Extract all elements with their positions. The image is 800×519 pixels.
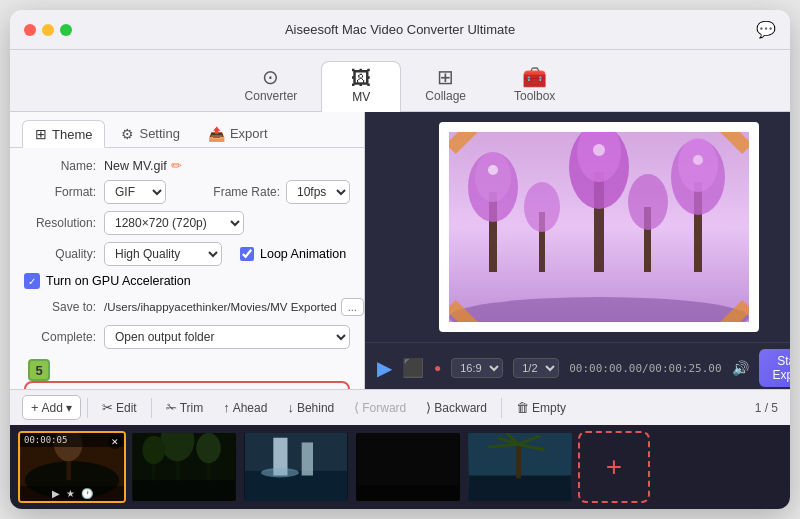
film-thumb-2[interactable] bbox=[130, 431, 238, 503]
film-thumb-5[interactable] bbox=[466, 431, 574, 503]
tab-converter[interactable]: ⊙ Converter bbox=[221, 61, 322, 111]
sub-tab-theme[interactable]: ⊞ Theme bbox=[22, 120, 105, 148]
forward-button[interactable]: ⟨ Forward bbox=[346, 396, 414, 419]
sub-tab-export-label: Export bbox=[230, 126, 268, 141]
svg-point-27 bbox=[142, 436, 165, 464]
behind-icon: ↓ bbox=[287, 400, 294, 415]
separator-2 bbox=[151, 398, 152, 418]
chat-icon[interactable]: 💬 bbox=[756, 20, 776, 39]
trim-icon: ✁ bbox=[166, 400, 177, 415]
gpu-checkbox[interactable]: ✓ bbox=[24, 273, 40, 289]
empty-button[interactable]: 🗑 Empty bbox=[508, 396, 574, 419]
resolution-row: Resolution: 1280×720 (720p) 1920×1080 (1… bbox=[24, 211, 350, 235]
ahead-button[interactable]: ↑ Ahead bbox=[215, 396, 275, 419]
behind-button[interactable]: ↓ Behind bbox=[279, 396, 342, 419]
tab-collage-label: Collage bbox=[425, 89, 466, 103]
edit-name-icon[interactable]: ✏ bbox=[171, 158, 182, 173]
thumb-1-star[interactable]: ★ bbox=[66, 488, 75, 499]
film-thumb-4[interactable] bbox=[354, 431, 462, 503]
svg-rect-39 bbox=[516, 442, 521, 478]
record-button[interactable]: ● bbox=[434, 361, 441, 375]
start-export-right-button[interactable]: Start Export bbox=[759, 349, 790, 387]
name-value: New MV.gif ✏ bbox=[104, 158, 350, 173]
browse-path-button[interactable]: ... bbox=[341, 298, 364, 316]
tab-toolbox[interactable]: 🧰 Toolbox bbox=[490, 61, 579, 111]
gpu-row: ✓ Turn on GPU Acceleration bbox=[24, 273, 350, 289]
complete-select[interactable]: Open output folder Do nothing bbox=[104, 325, 350, 349]
edit-button[interactable]: ✂ Edit bbox=[94, 396, 145, 419]
thumb-1-play[interactable]: ▶ bbox=[52, 488, 60, 499]
play-button[interactable]: ▶ bbox=[377, 356, 392, 380]
saveto-row: Save to: /Users/ihappyacethinker/Movies/… bbox=[24, 296, 350, 318]
sub-tab-theme-label: Theme bbox=[52, 127, 92, 142]
aspect-select[interactable]: 16:9 4:3 1:1 bbox=[451, 358, 503, 378]
thumb-2-svg bbox=[132, 433, 236, 501]
quality-level-select[interactable]: 1/2 1/1 bbox=[513, 358, 559, 378]
tab-toolbox-label: Toolbox bbox=[514, 89, 555, 103]
svg-rect-38 bbox=[469, 476, 571, 502]
tab-collage[interactable]: ⊞ Collage bbox=[401, 61, 490, 111]
svg-point-12 bbox=[524, 182, 560, 232]
gpu-label: Turn on GPU Acceleration bbox=[46, 274, 191, 288]
close-button[interactable] bbox=[24, 24, 36, 36]
sub-tab-setting-label: Setting bbox=[139, 126, 179, 141]
export-area: 5 Start Export bbox=[10, 359, 364, 389]
sub-tab-setting[interactable]: ⚙ Setting bbox=[109, 121, 191, 147]
quality-select[interactable]: High Quality Medium Quality bbox=[104, 242, 222, 266]
export-icon: 📤 bbox=[208, 126, 225, 142]
volume-icon[interactable]: 🔊 bbox=[732, 360, 749, 376]
app-title: Aiseesoft Mac Video Converter Ultimate bbox=[285, 22, 515, 37]
preview-svg bbox=[449, 132, 749, 322]
film-thumb-1[interactable]: 00:00:05 ✕ ▶ ★ 🕐 bbox=[18, 431, 126, 503]
step-badge: 5 bbox=[28, 359, 50, 381]
saveto-path: /Users/ihappyacethinker/Movies/MV Export… bbox=[104, 301, 337, 313]
thumb-1-close[interactable]: ✕ bbox=[108, 435, 122, 449]
forward-icon: ⟨ bbox=[354, 400, 359, 415]
thumb-4-svg bbox=[356, 433, 460, 501]
format-select[interactable]: GIF MP4 MOV bbox=[104, 180, 166, 204]
name-row: Name: New MV.gif ✏ bbox=[24, 158, 350, 173]
loop-checkbox[interactable] bbox=[240, 247, 254, 261]
backward-button[interactable]: ⟩ Backward bbox=[418, 396, 495, 419]
preview-area bbox=[365, 112, 790, 342]
format-row: Format: GIF MP4 MOV Frame Rate: 10fps 24… bbox=[24, 180, 350, 204]
stop-button[interactable]: ⬛ bbox=[402, 357, 424, 379]
svg-rect-31 bbox=[245, 471, 347, 501]
add-clip-button[interactable]: + bbox=[578, 431, 650, 503]
separator-1 bbox=[87, 398, 88, 418]
minimize-button[interactable] bbox=[42, 24, 54, 36]
add-button[interactable]: + Add ▾ bbox=[22, 395, 81, 420]
framerate-label: Frame Rate: bbox=[213, 185, 280, 199]
maximize-button[interactable] bbox=[60, 24, 72, 36]
svg-point-4 bbox=[475, 152, 511, 202]
svg-rect-23 bbox=[133, 480, 235, 501]
separator-3 bbox=[501, 398, 502, 418]
traffic-lights bbox=[24, 24, 72, 36]
thumb-1-clock[interactable]: 🕐 bbox=[81, 488, 93, 499]
add-chevron-icon: ▾ bbox=[66, 401, 72, 415]
resolution-label: Resolution: bbox=[24, 216, 96, 230]
tab-mv-label: MV bbox=[352, 90, 370, 104]
player-controls: ▶ ⬛ ● 16:9 4:3 1:1 1/2 1/1 00:00:00.00/0… bbox=[365, 342, 790, 389]
framerate-select[interactable]: 10fps 24fps 30fps bbox=[286, 180, 350, 204]
toolbox-icon: 🧰 bbox=[522, 67, 547, 87]
svg-point-16 bbox=[593, 144, 605, 156]
svg-rect-36 bbox=[357, 485, 459, 501]
framerate-group: Frame Rate: 10fps 24fps 30fps bbox=[213, 180, 350, 204]
title-bar: Aiseesoft Mac Video Converter Ultimate 💬 bbox=[10, 10, 790, 50]
resolution-select[interactable]: 1280×720 (720p) 1920×1080 (1080p) bbox=[104, 211, 244, 235]
saveto-label: Save to: bbox=[24, 300, 96, 314]
converter-icon: ⊙ bbox=[262, 67, 279, 87]
film-thumb-3[interactable] bbox=[242, 431, 350, 503]
ahead-icon: ↑ bbox=[223, 400, 230, 415]
add-icon: + bbox=[31, 400, 39, 415]
trim-button[interactable]: ✁ Trim bbox=[158, 396, 212, 419]
sub-tab-export[interactable]: 📤 Export bbox=[196, 121, 280, 147]
path-row: /Users/ihappyacethinker/Movies/MV Export… bbox=[104, 296, 390, 318]
svg-point-17 bbox=[693, 155, 703, 165]
svg-point-15 bbox=[488, 165, 498, 175]
filmstrip: 00:00:05 ✕ ▶ ★ 🕐 bbox=[10, 425, 790, 509]
tab-mv[interactable]: 🖼 MV bbox=[321, 61, 401, 112]
right-panel: ▶ ⬛ ● 16:9 4:3 1:1 1/2 1/1 00:00:00.00/0… bbox=[365, 112, 790, 389]
thumb-5-svg bbox=[468, 433, 572, 501]
